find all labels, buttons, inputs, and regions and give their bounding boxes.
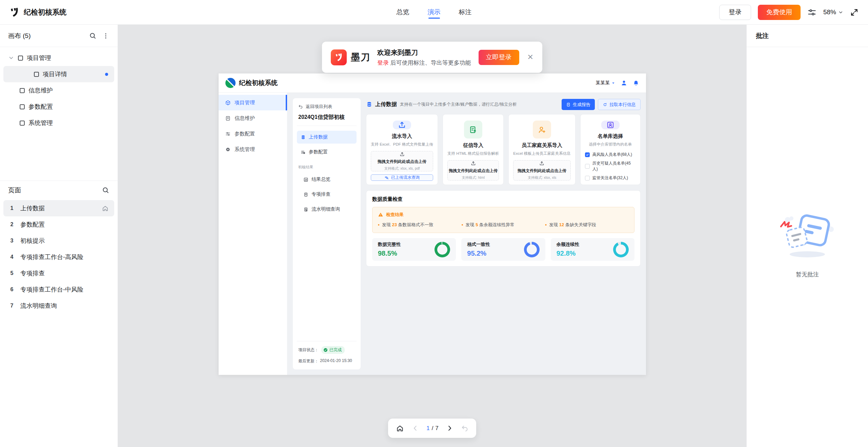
free-use-button[interactable]: 免费使用	[758, 5, 801, 20]
page-row-upload-data[interactable]: 1 上传数据	[3, 200, 114, 216]
sliders-icon	[225, 131, 231, 137]
page-row-params-config[interactable]: 2 参数配置	[3, 216, 114, 233]
nav-item-system-manage[interactable]: 系统管理	[219, 142, 287, 157]
tab-annotation[interactable]: 标注	[459, 0, 472, 24]
login-button[interactable]: 登录	[719, 5, 751, 20]
kebab-menu-icon[interactable]	[102, 32, 109, 40]
next-page-icon[interactable]	[446, 425, 453, 432]
app-title: 纪检初核系统	[24, 7, 66, 17]
page-label: 流水明细查询	[20, 302, 57, 310]
menu-item-results-overview[interactable]: 结果总览	[300, 173, 357, 186]
left-sidebar: 画布 (5) 项目管理	[0, 25, 118, 447]
menu-item-upload-data[interactable]: 上传数据	[297, 131, 357, 144]
tree-item-info-maintain[interactable]: 信息维护	[3, 82, 114, 99]
project-sidebar: 返回项目列表 2024Q1信贷部初核 上传数据 参数配置 初核结果	[293, 98, 361, 369]
menu-item-params-config[interactable]: 参数配置	[297, 146, 357, 158]
back-to-project-list[interactable]: 返回项目列表	[297, 104, 357, 110]
back-icon	[298, 104, 303, 109]
status-label: 项目状态：	[298, 347, 319, 353]
home-icon[interactable]	[396, 424, 404, 432]
page-row-flow-detail[interactable]: 7 流水明细查询	[3, 298, 114, 314]
pull-bank-info-label: 拉取本行信息	[609, 102, 636, 108]
page-number: 2	[9, 221, 15, 228]
user-icon[interactable]	[621, 80, 627, 86]
option-high-risk[interactable]: 高风险人员名单(68人)	[585, 152, 636, 157]
card-title: 征信导入	[463, 142, 483, 149]
project-status-footer: 项目状态： 已完成 最后更新： 2024-01-20 15:30	[297, 341, 357, 365]
page-label: 专项排查工作台-高风险	[20, 253, 83, 261]
tree-item-params-config[interactable]: 参数配置	[3, 99, 114, 115]
dropzone-formats: 支持格式: xlsx, xls, pdf	[384, 166, 420, 171]
check-circle-icon	[323, 348, 328, 352]
card-desc: 选择中介库管理内的名单	[589, 142, 632, 147]
nav-label: 参数配置	[235, 131, 255, 137]
pages-list: 1 上传数据 2 参数配置 3 初核提示 4 专项排查工作台-高风险 5 专项排…	[0, 199, 118, 315]
banner-login-link[interactable]: 登录	[377, 60, 389, 66]
nav-item-info-maintain[interactable]: 信息维护	[219, 110, 287, 126]
metric-completeness: 数据完整性 98.5%	[372, 238, 456, 261]
tree-item-system-manage[interactable]: 系统管理	[3, 115, 114, 131]
user-dropdown[interactable]: 某某某	[596, 80, 615, 86]
content-title: 上传数据	[375, 101, 397, 108]
dropzone-text: 拖拽文件到此处或点击上传	[449, 168, 498, 174]
uploaded-flow-query-button[interactable]: 已上传流水查询	[371, 174, 433, 181]
bell-icon[interactable]	[633, 80, 639, 86]
close-icon[interactable]: ✕	[527, 54, 533, 61]
prev-page-icon[interactable]	[412, 425, 419, 432]
page-row-special-check[interactable]: 5 专项排查	[3, 265, 114, 281]
upload-data-content: 上传数据 支持在一个项目中上传多个主体/账户数据，进行汇总/独立分析 生成报告 …	[366, 98, 641, 369]
pull-bank-info-button[interactable]: 拉取本行信息	[598, 99, 641, 110]
nav-item-params-config[interactable]: 参数配置	[219, 126, 287, 142]
banner-subtitle-rest: 后可使用标注、导出等更多功能	[389, 60, 471, 66]
checkbox-unchecked-icon[interactable]	[585, 176, 590, 180]
card-family-relation-import: 员工家庭关系导入 Excel 模板上传员工家庭关系信息 拖拽文件到此处或点击上传…	[508, 114, 575, 185]
current-canvas-dot	[105, 73, 108, 76]
fullscreen-icon[interactable]	[850, 8, 859, 17]
list-search-icon	[384, 175, 389, 180]
checkbox-checked-icon[interactable]	[585, 152, 590, 157]
login-now-button[interactable]: 立即登录	[479, 50, 519, 65]
annotation-panel-title: 批注	[747, 25, 868, 47]
nav-item-project-management[interactable]: 项目管理	[219, 95, 287, 110]
option-regulator-watch[interactable]: 监管关注名单(32人)	[585, 175, 636, 181]
tree-item-label: 项目详情	[43, 70, 67, 78]
quality-title: 数据质量检查	[372, 196, 634, 203]
bar-chart-icon	[303, 177, 308, 182]
family-dropzone[interactable]: 拖拽文件到此处或点击上传 支持格式: xlsx, xls	[513, 160, 570, 180]
checkbox-unchecked-icon[interactable]	[585, 164, 590, 169]
option-history-suspect[interactable]: 历史可疑人员名单(45人)	[585, 161, 636, 172]
menu-item-flow-detail-query[interactable]: 流水明细查询	[300, 203, 357, 216]
pages-panel-header: 页面	[0, 180, 118, 199]
empty-annotation-text: 暂无批注	[796, 271, 819, 278]
flow-dropzone[interactable]: 拖拽文件到此处或点击上传 支持格式: xlsx, xls, pdf	[371, 151, 433, 171]
canvas-panel-header: 画布 (5)	[0, 25, 118, 47]
settings-sliders-icon[interactable]	[807, 8, 816, 17]
option-label: 监管关注名单(32人)	[592, 175, 628, 181]
page-row-workbench-mid[interactable]: 6 专项排查工作台-中风险	[3, 281, 114, 298]
zoom-select[interactable]: 58%	[823, 8, 843, 16]
page-row-workbench-high[interactable]: 4 专项排查工作台-高风险	[3, 249, 114, 265]
menu-item-special-check[interactable]: 专项排查	[300, 188, 357, 201]
chevron-down-icon[interactable]	[8, 55, 14, 61]
credit-dropzone[interactable]: 拖拽文件到此处或点击上传 支持格式: html	[447, 160, 499, 180]
tree-item-project-detail[interactable]: 项目详情	[3, 66, 114, 82]
banner-subtitle: 登录 后可使用标注、导出等更多功能	[377, 59, 471, 67]
tree-item-project-management[interactable]: 项目管理	[3, 50, 114, 66]
card-credit-import: 征信导入 支持 HTML 格式征信报告解析 拖拽文件到此处或点击上传 支持格式:…	[443, 114, 504, 185]
tab-presentation[interactable]: 演示	[428, 0, 441, 24]
card-desc: 支持 HTML 格式征信报告解析	[447, 151, 499, 156]
modao-badge-icon	[331, 49, 347, 65]
divider	[297, 126, 357, 126]
database-icon	[301, 135, 306, 140]
page-row-review-hint[interactable]: 3 初核提示	[3, 233, 114, 249]
search-icon[interactable]	[89, 32, 97, 40]
generate-report-label: 生成报告	[573, 102, 590, 108]
generate-report-button[interactable]: 生成报告	[562, 99, 595, 110]
restart-icon[interactable]	[461, 425, 468, 432]
tab-overview[interactable]: 总览	[397, 0, 409, 24]
continuity-donut	[613, 242, 629, 257]
card-flow-import: 流水导入 支持 Excel、PDF 格式文件批量上传 拖拽文件到此处或点击上传 …	[366, 114, 438, 185]
search-icon[interactable]	[102, 186, 109, 194]
tree-item-label: 项目管理	[27, 54, 51, 62]
status-badge: 已完成	[321, 346, 345, 354]
